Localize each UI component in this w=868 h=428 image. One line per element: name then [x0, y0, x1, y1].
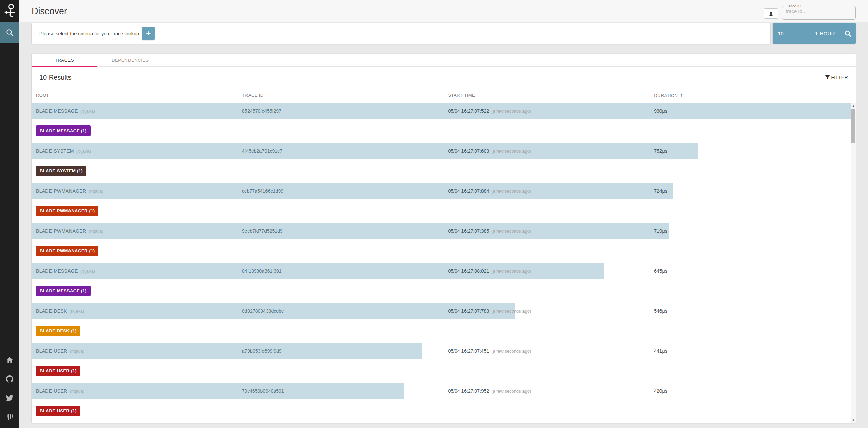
tab-traces[interactable]: TRACES	[32, 54, 97, 66]
instrumentation-label: (rxjava)	[76, 149, 91, 154]
trace-row[interactable]: BLADE-DESK(rxjava) 0d927803433dcdbe 05/0…	[32, 303, 856, 319]
upload-trace-button[interactable]	[764, 8, 778, 19]
trace-id-label: Trace ID	[786, 4, 803, 8]
service-badge[interactable]: BLADE-USER (1)	[36, 406, 80, 416]
result-limit-select[interactable]: 10	[773, 23, 797, 44]
page-title: Discover	[32, 6, 67, 17]
upload-icon	[768, 11, 774, 17]
zipkin-logo[interactable]	[0, 0, 19, 22]
service-badge[interactable]: BLADE-SYSTEM (1)	[36, 166, 86, 176]
service-name: BLADE-SYSTEM	[36, 148, 74, 154]
sidebar-item-search[interactable]	[0, 22, 19, 43]
service-name: BLADE-PWMANAGER	[36, 228, 86, 234]
zipkin-logo-icon	[4, 4, 16, 18]
instrumentation-label: (rxjava)	[70, 349, 84, 354]
scroll-down-icon[interactable]: ▼	[851, 417, 856, 423]
column-duration[interactable]: DURATION↑	[650, 92, 856, 98]
result-item: BLADE-USER(rxjava) a79b053fe699f9d9 05/0…	[32, 343, 856, 383]
table-header: ROOT TRACE ID START TIME DURATION↑	[32, 87, 856, 103]
trace-row[interactable]: BLADE-MESSAGE(rxjava) 8524570fc455f297 0…	[32, 103, 856, 119]
service-badge[interactable]: BLADE-DESK (1)	[36, 326, 80, 336]
filter-button[interactable]: FILTER	[825, 75, 848, 80]
twitter-icon[interactable]	[6, 394, 14, 402]
scroll-up-icon[interactable]: ▲	[851, 103, 856, 109]
duration-value: 441μs	[650, 348, 856, 354]
search-icon	[6, 28, 14, 37]
column-root[interactable]: ROOT	[32, 93, 238, 98]
relative-time: (a few seconds ago)	[491, 189, 531, 194]
service-badge[interactable]: BLADE-USER (1)	[36, 366, 80, 376]
root-cell: BLADE-PWMANAGER(rxjava)	[32, 228, 238, 234]
trace-row[interactable]: BLADE-USER(rxjava) 70c4659b0940a591 05/0…	[32, 383, 856, 399]
relative-time: (a few seconds ago)	[491, 309, 531, 314]
trace-row[interactable]: BLADE-PWMANAGER(rxjava) 9ecb7fd77d5251d9…	[32, 223, 856, 239]
trace-row[interactable]: BLADE-MESSAGE(rxjava) 04f13930a361f301 0…	[32, 263, 856, 279]
service-badge[interactable]: BLADE-MESSAGE (1)	[36, 125, 91, 136]
results-count: 10 Results	[39, 74, 72, 81]
start-time-cell: 05/04 16:27:08:021(a few seconds ago)	[444, 268, 650, 274]
service-badge[interactable]: BLADE-MESSAGE (1)	[36, 286, 91, 296]
trace-id: 70c4659b0940a591	[238, 388, 444, 394]
root-cell: BLADE-SYSTEM(rxjava)	[32, 148, 238, 154]
duration-value: 719μs	[650, 228, 856, 234]
column-start-time[interactable]: START TIME	[444, 93, 650, 98]
duration-value: 930μs	[650, 108, 856, 114]
relative-time: (a few seconds ago)	[491, 109, 531, 114]
trace-criteria-card[interactable]: Please select the criteria for your trac…	[32, 23, 770, 44]
add-criteria-button[interactable]: +	[142, 27, 155, 40]
start-time: 05/04 16:27:07:783	[448, 308, 489, 314]
start-time: 05/04 16:27:07:451	[448, 348, 489, 354]
start-time-cell: 05/04 16:27:07:603(a few seconds ago)	[444, 148, 650, 154]
search-row: Please select the criteria for your trac…	[32, 23, 856, 44]
results-bar: 10 Results FILTER	[32, 67, 856, 87]
service-name: BLADE-PWMANAGER	[36, 188, 86, 194]
tab-dependencies[interactable]: DEPENDENCIES	[97, 54, 163, 66]
vertical-scrollbar[interactable]: ▲ ▼	[851, 103, 856, 423]
criteria-prompt: Please select the criteria for your trac…	[39, 31, 139, 36]
page-header: Discover Trace ID	[19, 0, 868, 22]
root-cell: BLADE-USER(rxjava)	[32, 388, 238, 394]
relative-time: (a few seconds ago)	[491, 149, 531, 154]
sort-asc-icon: ↑	[680, 92, 683, 98]
result-item: BLADE-DESK(rxjava) 0d927803433dcdbe 05/0…	[32, 303, 856, 343]
home-icon[interactable]	[6, 356, 14, 364]
duration-value: 724μs	[650, 188, 856, 194]
lookback-select[interactable]: 1 HOUR	[797, 23, 840, 44]
service-name: BLADE-USER	[36, 348, 67, 354]
github-icon[interactable]	[6, 375, 14, 383]
instrumentation-label: (rxjava)	[80, 109, 95, 114]
result-item: BLADE-USER(rxjava) 70c4659b0940a591 05/0…	[32, 383, 856, 423]
search-button[interactable]	[840, 23, 856, 44]
trace-id: 9ecb7fd77d5251d9	[238, 228, 444, 234]
result-item: BLADE-PWMANAGER(rxjava) ccb77a54166c1d99…	[32, 183, 856, 223]
trace-row[interactable]: BLADE-USER(rxjava) a79b053fe699f9d9 05/0…	[32, 343, 856, 359]
trace-id: a79b053fe699f9d9	[238, 348, 444, 354]
root-cell: BLADE-USER(rxjava)	[32, 348, 238, 354]
gitter-icon[interactable]	[6, 413, 14, 421]
relative-time: (a few seconds ago)	[491, 389, 531, 394]
service-badge[interactable]: BLADE-PWMANAGER (1)	[36, 206, 98, 216]
badge-row: BLADE-USER (1)	[32, 359, 856, 383]
service-name: BLADE-MESSAGE	[36, 108, 78, 114]
trace-row[interactable]: BLADE-PWMANAGER(rxjava) ccb77a54166c1d99…	[32, 183, 856, 199]
search-submit-icon	[844, 30, 852, 37]
instrumentation-label: (rxjava)	[70, 309, 84, 314]
instrumentation-label: (rxjava)	[80, 269, 95, 274]
trace-row[interactable]: BLADE-SYSTEM(rxjava) 4f45eb2a791c91c7 05…	[32, 143, 856, 159]
service-badge[interactable]: BLADE-PWMANAGER (1)	[36, 246, 98, 256]
root-cell: BLADE-DESK(rxjava)	[32, 308, 238, 314]
start-time-cell: 05/04 16:27:07:783(a few seconds ago)	[444, 308, 650, 314]
relative-time: (a few seconds ago)	[491, 349, 531, 354]
start-time: 05/04 16:27:07:522	[448, 108, 489, 114]
root-cell: BLADE-MESSAGE(rxjava)	[32, 108, 238, 114]
root-cell: BLADE-PWMANAGER(rxjava)	[32, 188, 238, 194]
scrollbar-thumb[interactable]	[851, 109, 855, 143]
column-trace-id[interactable]: TRACE ID	[238, 93, 444, 98]
result-item: BLADE-PWMANAGER(rxjava) 9ecb7fd77d5251d9…	[32, 223, 856, 263]
filter-label: FILTER	[831, 75, 848, 80]
start-time-cell: 05/04 16:27:07:522(a few seconds ago)	[444, 108, 650, 114]
start-time: 05/04 16:27:08:021	[448, 268, 489, 274]
trace-id-input[interactable]	[786, 8, 852, 14]
root-cell: BLADE-MESSAGE(rxjava)	[32, 268, 238, 274]
start-time-cell: 05/04 16:27:07:385(a few seconds ago)	[444, 228, 650, 234]
